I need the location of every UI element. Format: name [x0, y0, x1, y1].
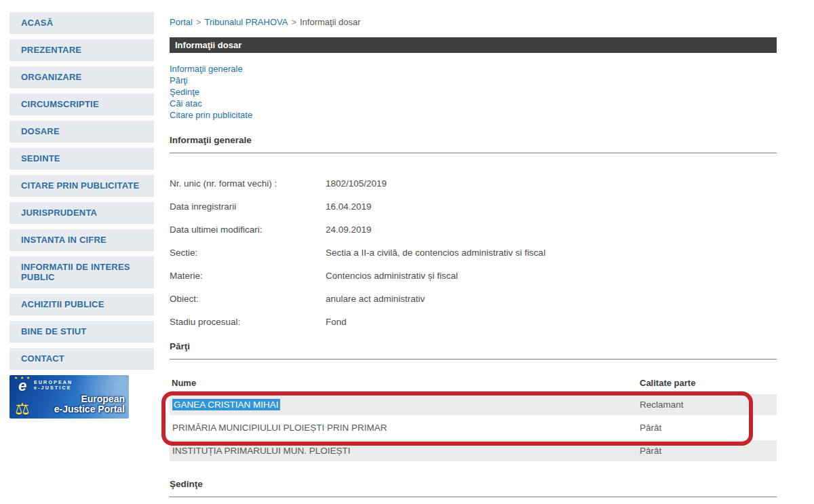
table-row[interactable]: INSTITUȚIA PRIMARULUI MUN. PLOIEȘTI Pârâ…: [170, 440, 777, 461]
field-row-sectie: Sectie: Sectia a II-a civilă, de contenc…: [170, 241, 777, 264]
sidebar-item-prezentare[interactable]: PREZENTARE: [9, 39, 154, 61]
party-name: INSTITUȚIA PRIMARULUI MUN. PLOIEȘTI: [172, 446, 640, 456]
selected-text: GANEA CRISTIAN MIHAI: [172, 399, 280, 410]
party-role: Pârât: [640, 446, 661, 456]
sidebar-item-contact[interactable]: CONTACT: [9, 348, 154, 370]
page-title-bar: Informaţii dosar: [170, 37, 777, 53]
ejustice-logo-banner[interactable]: ★ ★ ★ e EUROPEAN e-JUSTICE ⚖ European e-…: [9, 375, 129, 419]
field-label: Data inregistrarii: [170, 201, 326, 212]
breadcrumb-separator: >: [291, 17, 296, 27]
sidebar-item-jurisprudenta[interactable]: JURISPRUDENTA: [9, 202, 154, 224]
quick-links: Informaţii generale Părţi Şedinţe Căi at…: [170, 63, 252, 121]
sidebar-item-sedinte[interactable]: SEDINTE: [9, 148, 154, 170]
sidebar-item-acasa[interactable]: ACASĂ: [9, 12, 154, 34]
sidebar-item-instanta-cifre[interactable]: INSTANTA IN CIFRE: [9, 229, 154, 251]
quick-link-sedinte[interactable]: Şedinţe: [170, 86, 252, 98]
sidebar-item-citare[interactable]: CITARE PRIN PUBLICITATE: [9, 175, 154, 197]
ejustice-e-icon: e: [14, 377, 31, 395]
breadcrumb-link-tribunal[interactable]: Tribunalul PRAHOVA: [205, 17, 288, 27]
quick-link-informatii-generale[interactable]: Informaţii generale: [170, 63, 252, 75]
field-label: Data ultimei modificari:: [170, 225, 326, 235]
field-row-data-inregistrarii: Data inregistrarii 16.04.2019: [170, 195, 777, 218]
scales-of-justice-icon: ⚖: [15, 400, 30, 419]
logo-caption: European e-Justice Portal: [54, 394, 125, 414]
main-content: Portal>Tribunalul PRAHOVA>Informaţii dos…: [170, 0, 777, 504]
breadcrumb-separator: >: [196, 17, 201, 27]
field-row-stadiu-procesual: Stadiu procesual: Fond: [170, 310, 777, 333]
breadcrumb: Portal>Tribunalul PRAHOVA>Informaţii dos…: [170, 17, 361, 27]
field-label: Materie:: [170, 271, 326, 281]
quick-link-cai-atac[interactable]: Căi atac: [170, 98, 252, 109]
party-role: Pârât: [640, 423, 661, 433]
field-row-nr-unic: Nr. unic (nr. format vechi) : 1802/105/2…: [170, 172, 777, 195]
field-label: Sectie:: [170, 248, 326, 258]
column-header-calitate-parte: Calitate parte: [640, 378, 695, 388]
field-value: Sectia a II-a civilă, de contencios admi…: [326, 248, 545, 258]
logo-caption-line2: e-Justice Portal: [54, 404, 125, 414]
parties-table-header: Nume Calitate parte: [170, 378, 777, 394]
field-row-materie: Materie: Contencios administrativ și fis…: [170, 264, 777, 287]
section-heading-parti: Părţi: [170, 341, 777, 360]
sidebar-item-bine-de-stiut[interactable]: BINE DE STIUT: [9, 321, 154, 343]
sidebar-item-informatii-public[interactable]: INFORMATII DE INTERES PUBLIC: [9, 256, 154, 288]
field-label: Nr. unic (nr. format vechi) :: [170, 178, 326, 189]
table-row[interactable]: PRIMĂRIA MUNICIPIULUI PLOIEȘTI PRIN PRIM…: [170, 417, 777, 438]
field-value: Contencios administrativ și fiscal: [326, 271, 458, 281]
page-title: Informaţii dosar: [175, 40, 241, 50]
breadcrumb-link-portal[interactable]: Portal: [170, 17, 193, 27]
section-heading-informatii-generale: Informaţii generale: [170, 135, 777, 153]
column-header-nume: Nume: [172, 378, 640, 388]
sidebar-item-circumscriptie[interactable]: CIRCUMSCRIPTIE: [9, 94, 154, 115]
logo-line1: EUROPEAN: [34, 380, 73, 385]
field-row-data-modificari: Data ultimei modificari: 24.09.2019: [170, 218, 777, 241]
party-name: GANEA CRISTIAN MIHAI: [172, 400, 640, 410]
quick-link-parti[interactable]: Părţi: [170, 75, 252, 86]
sidebar: ACASĂ PREZENTARE ORGANIZARE CIRCUMSCRIPT…: [9, 12, 154, 419]
quick-link-citare[interactable]: Citare prin publicitate: [170, 109, 252, 121]
section-heading-sedinte: Şedinţe: [170, 479, 777, 497]
sidebar-item-organizare[interactable]: ORGANIZARE: [9, 66, 154, 88]
party-name: PRIMĂRIA MUNICIPIULUI PLOIEȘTI PRIN PRIM…: [172, 423, 640, 433]
field-label: Stadiu procesual:: [170, 317, 326, 327]
breadcrumb-current: Informaţii dosar: [300, 17, 361, 27]
field-value: Fond: [326, 317, 347, 327]
party-role: Reclamant: [640, 400, 684, 410]
logo-line2: e-JUSTICE: [34, 385, 73, 391]
field-value: 1802/105/2019: [326, 178, 387, 189]
field-row-obiect: Obiect: anulare act administrativ: [170, 287, 777, 310]
table-row[interactable]: GANEA CRISTIAN MIHAI Reclamant: [170, 394, 777, 415]
field-label: Obiect:: [170, 294, 326, 304]
sidebar-item-dosare[interactable]: DOSARE: [9, 121, 154, 142]
logo-wordmark: EUROPEAN e-JUSTICE: [34, 380, 73, 391]
sidebar-item-achizitii[interactable]: ACHIZITII PUBLICE: [9, 294, 154, 315]
parties-table: Nume Calitate parte GANEA CRISTIAN MIHAI…: [170, 378, 777, 463]
field-value: anulare act administrativ: [326, 294, 425, 304]
field-value: 16.04.2019: [326, 201, 372, 212]
field-value: 24.09.2019: [326, 225, 372, 235]
logo-caption-line1: European: [54, 394, 125, 404]
general-info-fields: Nr. unic (nr. format vechi) : 1802/105/2…: [170, 172, 777, 333]
